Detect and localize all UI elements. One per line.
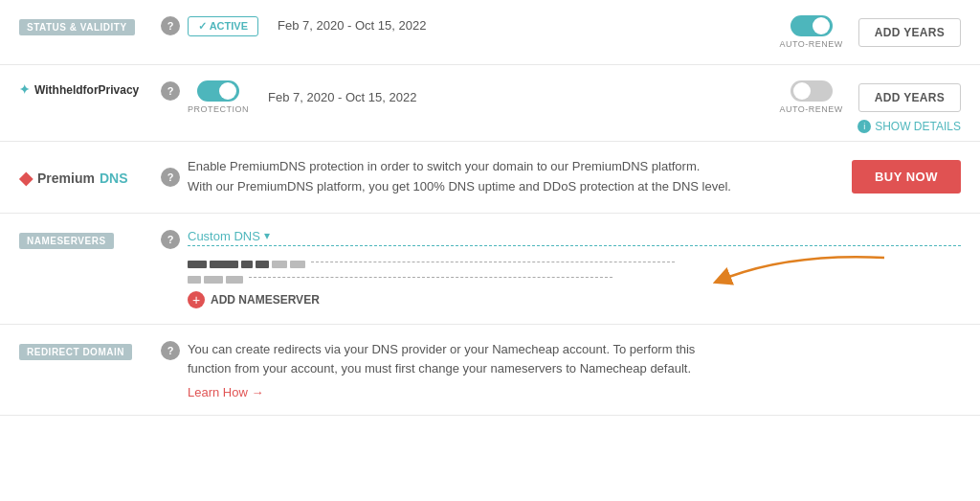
premium-dns-description-col: Enable PremiumDNS protection in order to… [188, 157, 829, 197]
ns-dashed-line-1 [311, 262, 675, 262]
add-nameserver-button[interactable]: + ADD NAMESERVER [188, 291, 961, 308]
ns-seg-1d [256, 261, 269, 268]
redirect-domain-description: You can create redirects via your DNS pr… [188, 340, 961, 380]
premium-dns-help-icon[interactable]: ? [161, 168, 180, 187]
whp-autorenew-toggle[interactable] [791, 80, 833, 102]
whp-label-col: ✦ WithheldforPrivacy [19, 80, 153, 97]
dns-text: DNS [100, 171, 128, 186]
nameservers-top-row: NAMESERVERS ? Custom DNS ▾ [19, 229, 961, 249]
learn-how-container: Learn How → [188, 385, 961, 399]
auto-renew-toggle[interactable] [791, 15, 833, 36]
learn-how-label: Learn How → [188, 385, 263, 399]
status-validity-right: AUTO-RENEW ADD YEARS [779, 15, 961, 49]
auto-renew-toggle-wrap: AUTO-RENEW [779, 15, 842, 49]
status-validity-section-label: STATUS & VALIDITY [19, 19, 135, 35]
ns-seg-1f [290, 261, 305, 268]
whp-date-range: Feb 7, 2020 - Oct 15, 2022 [268, 87, 416, 108]
nameserver-entry-2 [188, 276, 961, 284]
status-validity-help-icon[interactable]: ? [161, 16, 180, 35]
whp-right: AUTO-RENEW ADD YEARS i SHOW DETAILS [779, 80, 961, 133]
redirect-domain-help-col: ? [153, 340, 188, 360]
nameservers-label-col: NAMESERVERS [19, 229, 153, 249]
whp-protection-toggle[interactable] [197, 80, 239, 102]
premium-dns-logo: ◆ PremiumDNS [19, 168, 127, 189]
redirect-domain-content: You can create redirects via your DNS pr… [188, 340, 961, 400]
dropdown-chevron-icon: ▾ [264, 229, 270, 242]
custom-dns-dropdown[interactable]: Custom DNS ▾ [188, 229, 961, 246]
nameservers-help-icon[interactable]: ? [161, 230, 180, 249]
premium-text: Premium [37, 171, 95, 186]
nameservers-section-label: NAMESERVERS [19, 233, 114, 249]
nameserver-entry-1 [188, 261, 961, 268]
ns-seg-1c [241, 261, 253, 268]
ns-dashed-line-2 [249, 277, 612, 278]
whp-protection-label: PROTECTION [188, 104, 249, 114]
ns-seg-2a [188, 276, 201, 284]
status-validity-help-col: ? [153, 15, 188, 35]
add-years-button-whp[interactable]: ADD YEARS [858, 83, 961, 112]
show-details-label: SHOW DETAILS [875, 120, 961, 133]
nameservers-row: NAMESERVERS ? Custom DNS ▾ [0, 214, 980, 325]
whp-help-col: ? [153, 80, 188, 101]
whp-protection-toggle-wrap: PROTECTION [188, 80, 249, 114]
premium-dns-help-col: ? [153, 167, 188, 187]
gem-icon: ◆ [19, 168, 33, 189]
whp-right-top: AUTO-RENEW ADD YEARS [779, 80, 961, 114]
ns-seg-1b [210, 261, 238, 268]
ns-seg-2b [204, 276, 223, 284]
add-nameserver-label: ADD NAMESERVER [211, 293, 320, 307]
ns-segs-1 [188, 261, 305, 268]
ns-seg-2c [226, 276, 243, 284]
status-validity-row: STATUS & VALIDITY ? ✓ ACTIVE Feb 7, 2020… [0, 0, 980, 65]
premium-dns-label-col: ◆ PremiumDNS [19, 166, 153, 189]
nameservers-help-col: ? [153, 229, 188, 249]
redirect-domain-help-icon[interactable]: ? [161, 341, 180, 360]
redirect-domain-label-col: REDIRECT DOMAIN [19, 340, 153, 360]
nameserver-entries-area: + ADD NAMESERVER [19, 261, 961, 308]
ns-seg-1e [272, 261, 287, 268]
status-badge: ✓ ACTIVE [188, 16, 258, 36]
premium-dns-row: ◆ PremiumDNS ? Enable PremiumDNS protect… [0, 142, 980, 214]
whp-help-icon[interactable]: ? [161, 81, 180, 101]
whp-content: PROTECTION Feb 7, 2020 - Oct 15, 2022 [188, 80, 779, 114]
nameservers-dropdown-col: Custom DNS ▾ [188, 229, 961, 246]
whp-autorenew-label: AUTO-RENEW [779, 104, 842, 114]
status-validity-content: ✓ ACTIVE Feb 7, 2020 - Oct 15, 2022 [188, 15, 779, 36]
status-validity-label-col: STATUS & VALIDITY [19, 15, 153, 35]
ns-segs-2 [188, 276, 243, 284]
premium-dns-buy-col: BUY NOW [852, 160, 961, 194]
withheld-privacy-row: ✦ WithheldforPrivacy ? PROTECTION Feb 7,… [0, 65, 980, 142]
ns-seg-1a [188, 261, 207, 268]
add-years-button-status[interactable]: ADD YEARS [858, 18, 961, 47]
custom-dns-label: Custom DNS [188, 229, 260, 243]
add-nameserver-plus-icon: + [188, 291, 205, 308]
whp-autorenew-toggle-wrap: AUTO-RENEW [779, 80, 842, 114]
show-details-link[interactable]: i SHOW DETAILS [858, 120, 961, 133]
whp-logo-text: WithheldforPrivacy [34, 83, 139, 97]
whp-logo: ✦ WithheldforPrivacy [19, 82, 139, 97]
status-validity-date-range: Feb 7, 2020 - Oct 15, 2022 [278, 15, 426, 36]
redirect-domain-row: REDIRECT DOMAIN ? You can create redirec… [0, 325, 980, 417]
auto-renew-label: AUTO-RENEW [779, 39, 842, 49]
learn-how-link[interactable]: Learn How → [188, 385, 263, 399]
show-details-icon: i [858, 120, 871, 133]
buy-now-button[interactable]: BUY NOW [852, 160, 961, 194]
premium-dns-description: Enable PremiumDNS protection in order to… [188, 157, 829, 197]
whp-icon: ✦ [19, 82, 30, 97]
redirect-domain-section-label: REDIRECT DOMAIN [19, 344, 132, 360]
